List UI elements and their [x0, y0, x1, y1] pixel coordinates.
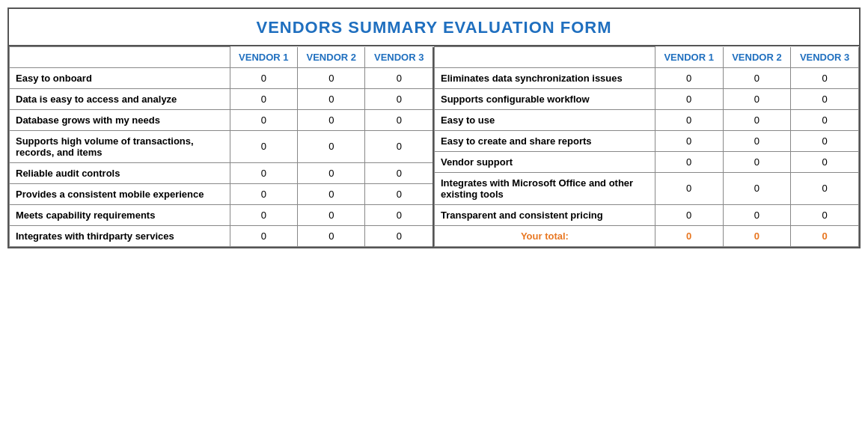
left-vendor3-cell: 0 [365, 162, 433, 183]
left-table-row: Reliable audit controls 0 0 0 [10, 162, 434, 183]
right-criteria-cell: Supports configurable workflow [435, 88, 655, 109]
left-header-row: VENDOR 1 VENDOR 2 VENDOR 3 [10, 47, 434, 68]
right-vendor2-cell: 0 [723, 88, 791, 109]
right-criteria-cell: Easy to create and share reports [435, 130, 655, 151]
left-criteria-cell: Reliable audit controls [10, 162, 230, 183]
left-vendor3-cell: 0 [365, 67, 433, 88]
left-criteria-cell: Provides a consistent mobile experience [10, 183, 230, 204]
left-col-vendor1-header: VENDOR 1 [230, 47, 297, 68]
right-col-vendor3-header: VENDOR 3 [791, 47, 859, 68]
right-col-criteria-header [435, 47, 655, 68]
right-table-row: Transparent and consistent pricing 0 0 0 [435, 204, 859, 225]
right-vendor1-cell: 0 [655, 67, 723, 88]
left-criteria-cell: Supports high volume of transactions, re… [10, 130, 230, 162]
left-table-row: Meets capability requirements 0 0 0 [10, 204, 434, 225]
table-wrapper: VENDOR 1 VENDOR 2 VENDOR 3 Easy to onboa… [9, 46, 859, 247]
left-vendor1-cell: 0 [230, 183, 297, 204]
right-vendor1-cell: 0 [655, 204, 723, 225]
right-table: VENDOR 1 VENDOR 2 VENDOR 3 Eliminates da… [434, 46, 859, 247]
right-col-vendor2-header: VENDOR 2 [723, 47, 791, 68]
right-vendor1-cell: 0 [655, 151, 723, 172]
right-vendor3-cell: 0 [791, 172, 859, 204]
right-vendor1-cell: 0 [655, 88, 723, 109]
left-vendor2-cell: 0 [298, 88, 365, 109]
left-vendor1-cell: 0 [230, 67, 297, 88]
right-vendor2-cell: 0 [723, 204, 791, 225]
left-vendor3-cell: 0 [365, 204, 433, 225]
left-vendor2-cell: 0 [298, 130, 365, 162]
left-vendor1-cell: 0 [230, 204, 297, 225]
right-criteria-cell: Integrates with Microsoft Office and oth… [435, 172, 655, 204]
left-criteria-cell: Easy to onboard [10, 67, 230, 88]
right-vendor2-cell: 0 [723, 130, 791, 151]
right-vendor1-cell: 0 [655, 130, 723, 151]
left-table-row: Data is easy to access and analyze 0 0 0 [10, 88, 434, 109]
right-table-row: Vendor support 0 0 0 [435, 151, 859, 172]
form-container: VENDORS SUMMARY EVALUATION FORM VENDOR 1… [7, 7, 861, 248]
left-vendor2-cell: 0 [298, 67, 365, 88]
right-vendor3-cell: 0 [791, 204, 859, 225]
left-vendor2-cell: 0 [298, 183, 365, 204]
left-vendor3-cell: 0 [365, 225, 433, 246]
right-criteria-cell: Eliminates data synchronization issues [435, 67, 655, 88]
left-vendor2-cell: 0 [298, 204, 365, 225]
left-table-row: Easy to onboard 0 0 0 [10, 67, 434, 88]
left-vendor1-cell: 0 [230, 109, 297, 130]
right-vendor3-cell: 0 [791, 130, 859, 151]
total-label-cell: Your total: [435, 225, 655, 246]
left-vendor1-cell: 0 [230, 162, 297, 183]
left-criteria-cell: Meets capability requirements [10, 204, 230, 225]
right-criteria-cell: Transparent and consistent pricing [435, 204, 655, 225]
left-table-row: Supports high volume of transactions, re… [10, 130, 434, 162]
right-header-row: VENDOR 1 VENDOR 2 VENDOR 3 [435, 47, 859, 68]
left-table-row: Integrates with thirdparty services 0 0 … [10, 225, 434, 246]
right-vendor3-cell: 0 [791, 151, 859, 172]
right-table-row: Easy to use 0 0 0 [435, 109, 859, 130]
right-vendor1-cell: 0 [655, 109, 723, 130]
left-col-vendor2-header: VENDOR 2 [298, 47, 365, 68]
right-vendor2-cell: 0 [723, 172, 791, 204]
total-vendor1-cell: 0 [655, 225, 723, 246]
left-vendor2-cell: 0 [298, 225, 365, 246]
right-criteria-cell: Vendor support [435, 151, 655, 172]
total-vendor3-cell: 0 [791, 225, 859, 246]
total-vendor2-cell: 0 [723, 225, 791, 246]
left-vendor3-cell: 0 [365, 88, 433, 109]
left-table: VENDOR 1 VENDOR 2 VENDOR 3 Easy to onboa… [9, 46, 434, 247]
right-vendor2-cell: 0 [723, 109, 791, 130]
right-col-vendor1-header: VENDOR 1 [655, 47, 723, 68]
left-table-row: Database grows with my needs 0 0 0 [10, 109, 434, 130]
right-vendor2-cell: 0 [723, 151, 791, 172]
left-criteria-cell: Data is easy to access and analyze [10, 88, 230, 109]
left-vendor2-cell: 0 [298, 109, 365, 130]
right-vendor3-cell: 0 [791, 109, 859, 130]
left-vendor1-cell: 0 [230, 225, 297, 246]
right-table-row: Eliminates data synchronization issues 0… [435, 67, 859, 88]
right-criteria-cell: Easy to use [435, 109, 655, 130]
left-col-criteria-header [10, 47, 230, 68]
right-vendor1-cell: 0 [655, 172, 723, 204]
right-vendor3-cell: 0 [791, 88, 859, 109]
form-title: VENDORS SUMMARY EVALUATION FORM [9, 9, 859, 46]
left-vendor2-cell: 0 [298, 162, 365, 183]
right-table-row: Your total: 0 0 0 [435, 225, 859, 246]
left-table-row: Provides a consistent mobile experience … [10, 183, 434, 204]
left-vendor3-cell: 0 [365, 130, 433, 162]
left-criteria-cell: Database grows with my needs [10, 109, 230, 130]
right-vendor2-cell: 0 [723, 67, 791, 88]
left-criteria-cell: Integrates with thirdparty services [10, 225, 230, 246]
right-table-row: Integrates with Microsoft Office and oth… [435, 172, 859, 204]
left-vendor3-cell: 0 [365, 109, 433, 130]
right-table-row: Easy to create and share reports 0 0 0 [435, 130, 859, 151]
right-vendor3-cell: 0 [791, 67, 859, 88]
left-vendor1-cell: 0 [230, 130, 297, 162]
left-col-vendor3-header: VENDOR 3 [365, 47, 433, 68]
left-vendor3-cell: 0 [365, 183, 433, 204]
left-vendor1-cell: 0 [230, 88, 297, 109]
right-table-row: Supports configurable workflow 0 0 0 [435, 88, 859, 109]
